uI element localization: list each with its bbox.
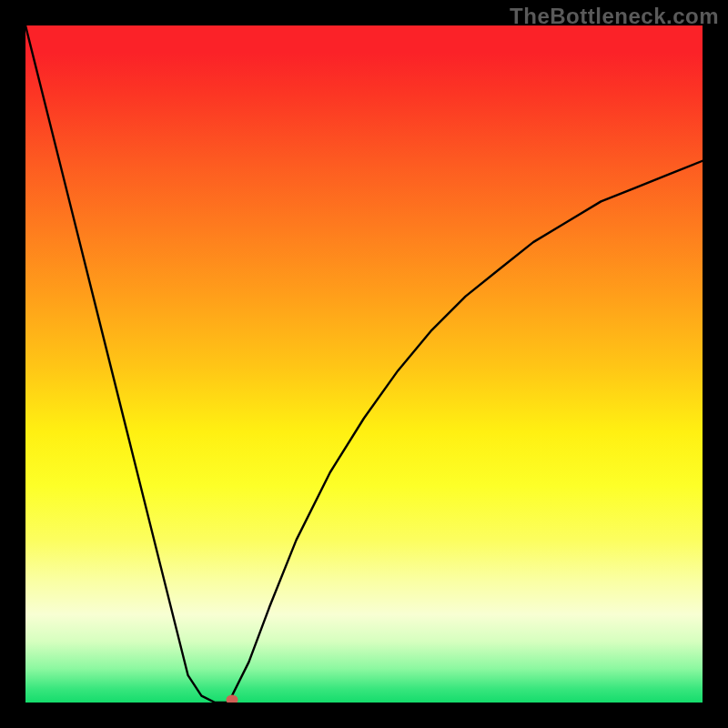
chart-frame: TheBottleneck.com <box>0 0 728 728</box>
frame-border-bottom <box>0 703 728 728</box>
plot-area <box>25 25 703 703</box>
optimum-marker <box>226 695 238 703</box>
watermark-text: TheBottleneck.com <box>510 4 719 29</box>
frame-border-left <box>0 0 25 728</box>
bottleneck-curve <box>25 25 703 703</box>
bottleneck-curve-path <box>25 25 703 703</box>
frame-border-right <box>703 0 728 728</box>
